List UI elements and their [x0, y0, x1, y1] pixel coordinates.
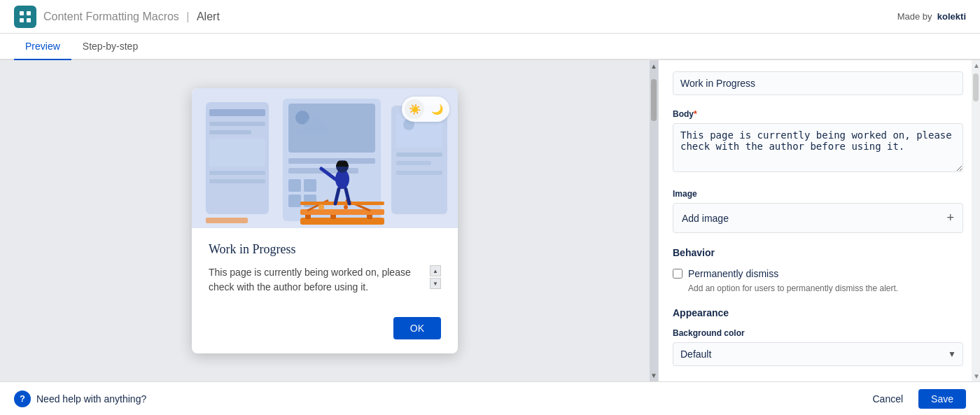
add-image-label: Add image: [682, 213, 729, 224]
svg-rect-5: [209, 109, 265, 116]
tab-preview[interactable]: Preview: [14, 34, 71, 60]
right-scrollbar-thumb[interactable]: [973, 73, 979, 101]
svg-rect-24: [396, 153, 442, 157]
svg-rect-31: [300, 209, 384, 215]
app-title-text: Content Formatting Macros: [43, 10, 179, 22]
svg-rect-34: [300, 202, 384, 205]
permanently-dismiss-label: Permanently dismiss: [688, 268, 778, 279]
help-section: ? Need help with anything?: [14, 391, 146, 407]
ok-button[interactable]: OK: [393, 317, 441, 339]
app-title: Content Formatting Macros | Alert: [43, 10, 220, 23]
modal-card: ☀️ 🌙 Work in Progress This page is curre…: [192, 88, 458, 353]
background-color-select[interactable]: Default Blue Green Red Yellow: [673, 342, 963, 366]
svg-rect-6: [209, 122, 265, 126]
appearance-heading: Appearance: [673, 307, 963, 318]
body-textarea[interactable]: This page is currently being worked on, …: [673, 123, 963, 172]
separator: |: [186, 10, 189, 22]
image-field-group: Image Add image +: [673, 189, 963, 233]
plus-icon: +: [946, 211, 954, 225]
svg-rect-20: [304, 195, 316, 207]
svg-rect-42: [206, 218, 248, 223]
brand-name: kolekti: [937, 11, 966, 22]
subtitle-text: Alert: [197, 10, 220, 22]
svg-rect-8: [209, 139, 265, 167]
right-panel-content: Body* This page is currently being worke…: [659, 60, 980, 381]
appearance-section: Appearance Background color Default Blue…: [673, 307, 963, 366]
svg-rect-3: [27, 18, 31, 22]
behavior-section: Behavior Permanently dismiss Add an opti…: [673, 247, 963, 293]
background-color-wrapper: Default Blue Green Red Yellow ▼: [673, 342, 963, 366]
dark-theme-button[interactable]: 🌙: [427, 99, 447, 119]
help-text: Need help with anything?: [36, 393, 146, 405]
theme-toggles: ☀️ 🌙: [402, 97, 449, 122]
preview-scrollbar: ▲ ▼: [650, 60, 658, 381]
tabs-bar: Preview Step-by-step: [0, 34, 980, 60]
body-field-group: Body* This page is currently being worke…: [673, 109, 963, 175]
svg-rect-1: [27, 11, 31, 15]
body-label: Body*: [673, 109, 963, 119]
svg-rect-25: [396, 161, 431, 165]
svg-point-36: [344, 205, 348, 209]
svg-rect-19: [288, 195, 301, 207]
behavior-heading: Behavior: [673, 247, 963, 258]
svg-rect-26: [396, 171, 442, 175]
permanently-dismiss-row: Permanently dismiss: [673, 268, 963, 279]
text-scroll-controls: ▲ ▼: [430, 265, 441, 289]
light-theme-button[interactable]: ☀️: [405, 99, 424, 119]
scrollbar-thumb[interactable]: [651, 79, 657, 121]
svg-rect-18: [304, 179, 316, 192]
modal-body-text: This page is currently being worked on, …: [209, 265, 424, 295]
modal-illustration: ☀️ 🌙: [192, 88, 458, 228]
modal-text-area: This page is currently being worked on, …: [209, 265, 441, 295]
right-scrollbar-up[interactable]: ▲: [972, 60, 980, 71]
permanently-dismiss-hint: Add an option for users to permanently d…: [673, 283, 963, 293]
svg-rect-17: [288, 179, 301, 192]
header: Content Formatting Macros | Alert Made b…: [0, 0, 980, 34]
svg-rect-7: [209, 130, 251, 134]
footer-actions: Cancel Save: [864, 389, 966, 409]
svg-rect-9: [209, 171, 265, 175]
scrollbar-up-arrow[interactable]: ▲: [650, 60, 658, 72]
right-scrollbar-down[interactable]: ▼: [972, 371, 980, 381]
app-icon: [14, 6, 36, 28]
cancel-button[interactable]: Cancel: [864, 389, 911, 409]
background-color-label: Background color: [673, 328, 963, 338]
modal-footer: OK: [192, 309, 458, 353]
main-content: ☀️ 🌙 Work in Progress This page is curre…: [0, 60, 980, 381]
footer: ? Need help with anything? Cancel Save: [0, 381, 980, 415]
permanently-dismiss-checkbox[interactable]: [673, 269, 682, 279]
image-label: Image: [673, 189, 963, 199]
svg-point-35: [318, 204, 324, 210]
text-scroll-up[interactable]: ▲: [430, 265, 441, 276]
right-panel: ▲ ▼ Body* This page is currently being w…: [658, 60, 980, 381]
svg-rect-15: [288, 158, 375, 164]
made-by-label: Made by kolekti: [897, 11, 966, 22]
scrollbar-down-arrow[interactable]: ▼: [650, 370, 658, 381]
svg-rect-2: [20, 18, 24, 22]
svg-rect-0: [20, 11, 24, 15]
preview-area-wrapper: ☀️ 🌙 Work in Progress This page is curre…: [0, 60, 658, 381]
title-input[interactable]: [673, 71, 963, 95]
title-field-group: [673, 71, 963, 95]
preview-panel: ☀️ 🌙 Work in Progress This page is curre…: [0, 60, 650, 381]
header-left: Content Formatting Macros | Alert: [14, 6, 220, 28]
right-scrollbar: ▲ ▼: [972, 60, 980, 381]
text-scroll-down[interactable]: ▼: [430, 278, 441, 289]
save-button[interactable]: Save: [918, 389, 966, 409]
svg-rect-10: [209, 179, 265, 183]
modal-title: Work in Progress: [209, 242, 441, 257]
tab-step-by-step[interactable]: Step-by-step: [71, 34, 149, 60]
modal-body: Work in Progress This page is currently …: [192, 228, 458, 309]
add-image-button[interactable]: Add image +: [673, 203, 963, 233]
help-icon: ?: [14, 391, 31, 407]
